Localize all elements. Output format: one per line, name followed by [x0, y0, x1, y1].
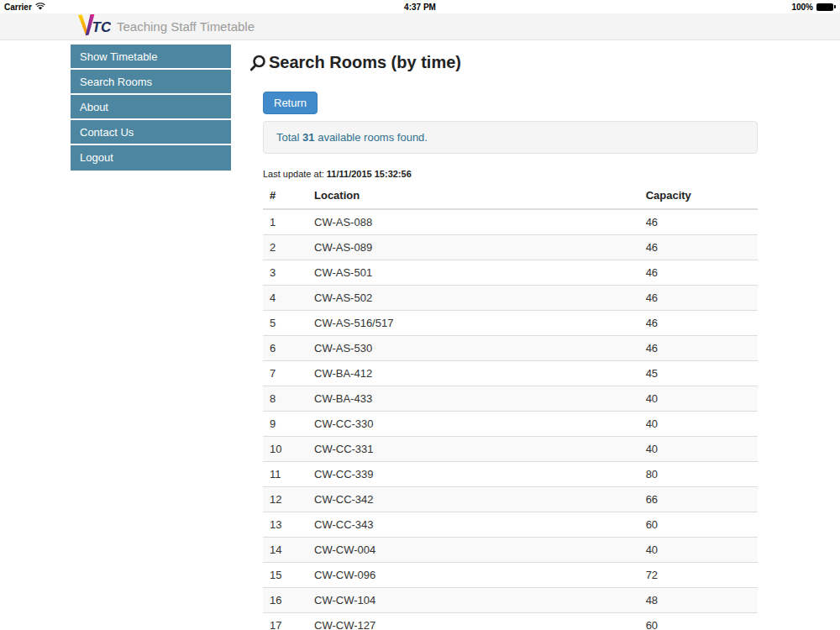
table-row: 3 CW-AS-501 46 — [263, 260, 758, 286]
table-body: 1 CW-AS-088 46 2 CW-AS-089 46 3 CW-AS-50… — [263, 209, 758, 630]
room-index: 12 — [263, 487, 307, 512]
room-capacity: 46 — [639, 286, 758, 311]
table-row: 8 CW-BA-433 40 — [263, 386, 758, 412]
search-icon — [249, 55, 266, 71]
room-capacity: 46 — [639, 209, 758, 235]
room-location: CW-AS-089 — [307, 235, 639, 260]
sidebar-item-show-timetable[interactable]: Show Timetable — [71, 45, 231, 70]
sidebar-item-about[interactable]: About — [71, 95, 231, 120]
table-row: 9 CW-CC-330 40 — [263, 412, 758, 437]
room-location: CW-CC-343 — [307, 512, 639, 538]
table-row: 4 CW-AS-502 46 — [263, 286, 758, 311]
room-index: 10 — [263, 437, 307, 462]
page-title-text: Search Rooms (by time) — [269, 53, 461, 72]
table-row: 17 CW-CW-127 60 — [263, 613, 758, 630]
column-header-capacity: Capacity — [639, 182, 758, 209]
room-capacity: 48 — [639, 588, 758, 613]
room-capacity: 46 — [639, 311, 758, 336]
room-capacity: 46 — [639, 336, 758, 361]
room-location: CW-CW-104 — [307, 588, 639, 613]
sidebar-item-contact-us[interactable]: Contact Us — [71, 120, 231, 145]
room-capacity: 40 — [639, 437, 758, 462]
room-index: 11 — [263, 462, 307, 487]
room-location: CW-CC-331 — [307, 437, 639, 462]
main-content: Search Rooms (by time) Return Total 31 a… — [263, 40, 758, 630]
rooms-table: # Location Capacity 1 CW-AS-088 46 2 CW-… — [263, 182, 758, 630]
room-index: 13 — [263, 512, 307, 538]
table-row: 7 CW-BA-412 45 — [263, 361, 758, 386]
room-location: CW-BA-412 — [307, 361, 639, 386]
room-capacity: 72 — [639, 563, 758, 588]
room-index: 7 — [263, 361, 307, 386]
room-capacity: 60 — [639, 613, 758, 630]
page-title: Search Rooms (by time) — [249, 53, 758, 72]
room-location: CW-AS-088 — [307, 209, 639, 235]
room-index: 9 — [263, 412, 307, 437]
column-header-index: # — [263, 182, 307, 209]
room-index: 1 — [263, 209, 307, 235]
return-button[interactable]: Return — [263, 92, 318, 114]
table-row: 5 CW-AS-516/517 46 — [263, 311, 758, 336]
room-index: 3 — [263, 260, 307, 286]
svg-text:TC: TC — [92, 18, 112, 34]
room-capacity: 45 — [639, 361, 758, 386]
room-capacity: 46 — [639, 235, 758, 260]
room-index: 14 — [263, 538, 307, 563]
room-location: CW-CC-342 — [307, 487, 639, 512]
room-capacity: 40 — [639, 538, 758, 563]
table-row: 14 CW-CW-004 40 — [263, 538, 758, 563]
last-update-value: 11/11/2015 15:32:56 — [327, 169, 412, 179]
results-count: 31 — [302, 131, 314, 144]
results-summary: Total 31 available rooms found. — [263, 121, 758, 154]
vtc-logo-icon: TC — [77, 14, 111, 39]
sidebar: Show Timetable Search Rooms About Contac… — [71, 45, 231, 171]
room-location: CW-CW-096 — [307, 563, 639, 588]
room-location: CW-BA-433 — [307, 386, 639, 412]
column-header-location: Location — [307, 182, 639, 209]
room-capacity: 80 — [639, 462, 758, 487]
room-index: 17 — [263, 613, 307, 630]
table-row: 15 CW-CW-096 72 — [263, 563, 758, 588]
app-header: TC Teaching Staff Timetable — [0, 13, 840, 40]
room-index: 5 — [263, 311, 307, 336]
room-location: CW-CW-127 — [307, 613, 639, 630]
status-bar: Carrier 4:37 PM 100% — [0, 0, 840, 13]
table-header-row: # Location Capacity — [263, 182, 758, 209]
room-location: CW-CC-330 — [307, 412, 639, 437]
table-row: 12 CW-CC-342 66 — [263, 487, 758, 512]
room-capacity: 46 — [639, 260, 758, 286]
room-index: 6 — [263, 336, 307, 361]
room-index: 16 — [263, 588, 307, 613]
brand-link[interactable]: TC Teaching Staff Timetable — [77, 14, 255, 39]
room-location: CW-AS-501 — [307, 260, 639, 286]
table-row: 1 CW-AS-088 46 — [263, 209, 758, 235]
room-index: 2 — [263, 235, 307, 260]
room-location: CW-AS-530 — [307, 336, 639, 361]
sidebar-item-search-rooms[interactable]: Search Rooms — [71, 70, 231, 95]
room-capacity: 40 — [639, 412, 758, 437]
last-update: Last update at: 11/11/2015 15:32:56 — [263, 169, 758, 179]
app-title: Teaching Staff Timetable — [117, 19, 255, 34]
room-index: 4 — [263, 286, 307, 311]
room-location: CW-AS-516/517 — [307, 311, 639, 336]
room-capacity: 66 — [639, 487, 758, 512]
table-row: 2 CW-AS-089 46 — [263, 235, 758, 260]
last-update-label: Last update at: — [263, 169, 327, 179]
table-row: 10 CW-CC-331 40 — [263, 437, 758, 462]
table-row: 16 CW-CW-104 48 — [263, 588, 758, 613]
room-location: CW-CC-339 — [307, 462, 639, 487]
room-capacity: 40 — [639, 386, 758, 412]
room-index: 15 — [263, 563, 307, 588]
room-index: 8 — [263, 386, 307, 412]
room-location: CW-AS-502 — [307, 286, 639, 311]
summary-prefix: Total — [276, 131, 302, 144]
room-location: CW-CW-004 — [307, 538, 639, 563]
clock: 4:37 PM — [0, 3, 840, 12]
table-row: 13 CW-CC-343 60 — [263, 512, 758, 538]
sidebar-item-logout[interactable]: Logout — [71, 145, 231, 171]
summary-suffix: available rooms found. — [315, 131, 428, 144]
table-row: 11 CW-CC-339 80 — [263, 462, 758, 487]
table-row: 6 CW-AS-530 46 — [263, 336, 758, 361]
room-capacity: 60 — [639, 512, 758, 538]
